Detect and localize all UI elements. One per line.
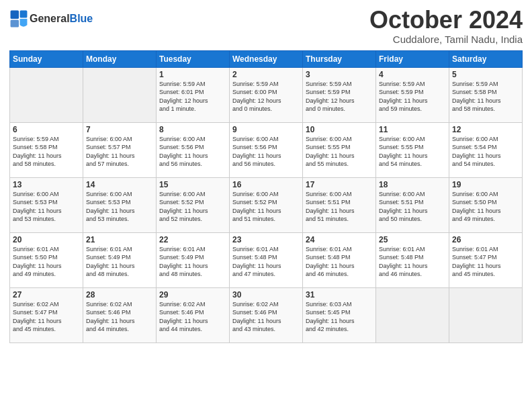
calendar-cell: 7Sunrise: 6:00 AM Sunset: 5:57 PM Daylig… [83, 122, 157, 177]
day-info: Sunrise: 5:59 AM Sunset: 5:58 PM Dayligh… [452, 80, 519, 113]
calendar-cell: 3Sunrise: 5:59 AM Sunset: 5:59 PM Daylig… [303, 67, 376, 122]
calendar-cell: 2Sunrise: 5:59 AM Sunset: 6:00 PM Daylig… [230, 67, 303, 122]
calendar-cell: 27Sunrise: 6:02 AM Sunset: 5:47 PM Dayli… [10, 287, 83, 342]
calendar-cell: 9Sunrise: 6:00 AM Sunset: 5:56 PM Daylig… [230, 122, 303, 177]
calendar-cell: 12Sunrise: 6:00 AM Sunset: 5:54 PM Dayli… [449, 122, 523, 177]
day-info: Sunrise: 6:01 AM Sunset: 5:47 PM Dayligh… [452, 245, 519, 279]
col-thursday: Thursday [303, 50, 376, 67]
calendar-cell: 13Sunrise: 6:00 AM Sunset: 5:53 PM Dayli… [10, 177, 83, 232]
logo-icon [9, 9, 28, 28]
day-info: Sunrise: 6:02 AM Sunset: 5:46 PM Dayligh… [159, 300, 226, 334]
location: Cuddalore, Tamil Nadu, India [369, 34, 523, 45]
day-info: Sunrise: 6:01 AM Sunset: 5:48 PM Dayligh… [379, 245, 446, 279]
logo-text: GeneralBlue [30, 12, 93, 25]
logo: GeneralBlue [9, 9, 93, 28]
day-number: 29 [159, 290, 226, 300]
day-info: Sunrise: 5:59 AM Sunset: 5:58 PM Dayligh… [13, 135, 80, 169]
calendar-cell: 21Sunrise: 6:01 AM Sunset: 5:49 PM Dayli… [83, 232, 157, 287]
weekday-row: Sunday Monday Tuesday Wednesday Thursday… [10, 50, 523, 67]
calendar-cell: 28Sunrise: 6:02 AM Sunset: 5:46 PM Dayli… [83, 287, 157, 342]
col-sunday: Sunday [10, 50, 83, 67]
day-number: 5 [452, 70, 519, 79]
day-info: Sunrise: 6:00 AM Sunset: 5:54 PM Dayligh… [452, 135, 519, 169]
calendar-cell: 19Sunrise: 6:00 AM Sunset: 5:50 PM Dayli… [449, 177, 523, 232]
calendar-cell: 23Sunrise: 6:01 AM Sunset: 5:48 PM Dayli… [230, 232, 303, 287]
calendar-cell: 17Sunrise: 6:00 AM Sunset: 5:51 PM Dayli… [303, 177, 376, 232]
day-number: 24 [306, 235, 373, 244]
calendar-table: Sunday Monday Tuesday Wednesday Thursday… [9, 50, 523, 343]
day-info: Sunrise: 6:00 AM Sunset: 5:50 PM Dayligh… [452, 190, 519, 224]
calendar-cell: 16Sunrise: 6:00 AM Sunset: 5:52 PM Dayli… [230, 177, 303, 232]
svg-rect-2 [11, 20, 19, 28]
day-number: 30 [232, 290, 300, 300]
day-info: Sunrise: 6:00 AM Sunset: 5:51 PM Dayligh… [306, 190, 373, 224]
calendar-cell: 24Sunrise: 6:01 AM Sunset: 5:48 PM Dayli… [303, 232, 376, 287]
day-info: Sunrise: 6:01 AM Sunset: 5:48 PM Dayligh… [306, 245, 373, 279]
day-number: 7 [86, 125, 153, 134]
day-info: Sunrise: 6:01 AM Sunset: 5:49 PM Dayligh… [86, 245, 153, 279]
calendar-cell [449, 287, 523, 342]
day-number: 14 [86, 180, 153, 189]
calendar-cell: 11Sunrise: 6:00 AM Sunset: 5:55 PM Dayli… [376, 122, 449, 177]
calendar-cell: 18Sunrise: 6:00 AM Sunset: 5:51 PM Dayli… [376, 177, 449, 232]
day-number: 10 [306, 125, 373, 134]
calendar-cell: 22Sunrise: 6:01 AM Sunset: 5:49 PM Dayli… [157, 232, 230, 287]
day-info: Sunrise: 5:59 AM Sunset: 5:59 PM Dayligh… [306, 80, 373, 113]
day-number: 20 [13, 235, 80, 244]
calendar-cell: 10Sunrise: 6:00 AM Sunset: 5:55 PM Dayli… [303, 122, 376, 177]
day-info: Sunrise: 6:00 AM Sunset: 5:56 PM Dayligh… [232, 135, 300, 169]
day-info: Sunrise: 6:01 AM Sunset: 5:49 PM Dayligh… [159, 245, 226, 279]
calendar-cell [83, 67, 157, 122]
svg-rect-1 [20, 11, 28, 18]
day-info: Sunrise: 6:02 AM Sunset: 5:46 PM Dayligh… [232, 300, 300, 334]
day-info: Sunrise: 5:59 AM Sunset: 5:59 PM Dayligh… [379, 80, 446, 113]
day-number: 4 [379, 70, 446, 79]
day-info: Sunrise: 6:03 AM Sunset: 5:45 PM Dayligh… [306, 300, 373, 334]
calendar-cell: 6Sunrise: 5:59 AM Sunset: 5:58 PM Daylig… [10, 122, 83, 177]
day-number: 28 [86, 290, 153, 300]
col-saturday: Saturday [449, 50, 523, 67]
logo-general: General [30, 13, 70, 24]
calendar-cell: 15Sunrise: 6:00 AM Sunset: 5:52 PM Dayli… [157, 177, 230, 232]
calendar-week-4: 20Sunrise: 6:01 AM Sunset: 5:50 PM Dayli… [10, 232, 523, 287]
day-number: 11 [379, 125, 446, 134]
page-container: GeneralBlue October 2024 Cuddalore, Tami… [0, 0, 532, 411]
calendar-cell: 20Sunrise: 6:01 AM Sunset: 5:50 PM Dayli… [10, 232, 83, 287]
day-number: 13 [13, 180, 80, 189]
day-number: 15 [159, 180, 226, 189]
calendar-cell: 25Sunrise: 6:01 AM Sunset: 5:48 PM Dayli… [376, 232, 449, 287]
calendar-cell [10, 67, 83, 122]
calendar-cell [376, 287, 449, 342]
day-number: 21 [86, 235, 153, 244]
calendar-cell: 14Sunrise: 6:00 AM Sunset: 5:53 PM Dayli… [83, 177, 157, 232]
day-info: Sunrise: 6:01 AM Sunset: 5:50 PM Dayligh… [13, 245, 80, 279]
col-monday: Monday [83, 50, 157, 67]
day-number: 12 [452, 125, 519, 134]
day-info: Sunrise: 6:02 AM Sunset: 5:47 PM Dayligh… [13, 300, 80, 334]
day-number: 27 [13, 290, 80, 300]
col-tuesday: Tuesday [157, 50, 230, 67]
day-number: 18 [379, 180, 446, 189]
day-number: 26 [452, 235, 519, 244]
day-info: Sunrise: 6:01 AM Sunset: 5:48 PM Dayligh… [232, 245, 300, 279]
day-number: 17 [306, 180, 373, 189]
col-wednesday: Wednesday [230, 50, 303, 67]
day-info: Sunrise: 6:00 AM Sunset: 5:52 PM Dayligh… [159, 190, 226, 224]
calendar-body: 1Sunrise: 5:59 AM Sunset: 6:01 PM Daylig… [10, 67, 523, 342]
calendar-cell: 26Sunrise: 6:01 AM Sunset: 5:47 PM Dayli… [449, 232, 523, 287]
calendar-cell: 31Sunrise: 6:03 AM Sunset: 5:45 PM Dayli… [303, 287, 376, 342]
day-info: Sunrise: 6:00 AM Sunset: 5:56 PM Dayligh… [159, 135, 226, 169]
calendar-cell: 29Sunrise: 6:02 AM Sunset: 5:46 PM Dayli… [157, 287, 230, 342]
day-number: 8 [159, 125, 226, 134]
calendar-cell: 30Sunrise: 6:02 AM Sunset: 5:46 PM Dayli… [230, 287, 303, 342]
calendar-week-3: 13Sunrise: 6:00 AM Sunset: 5:53 PM Dayli… [10, 177, 523, 232]
day-number: 25 [379, 235, 446, 244]
day-number: 1 [159, 70, 226, 79]
day-number: 22 [159, 235, 226, 244]
col-friday: Friday [376, 50, 449, 67]
day-number: 2 [232, 70, 300, 79]
day-number: 3 [306, 70, 373, 79]
day-info: Sunrise: 6:00 AM Sunset: 5:51 PM Dayligh… [379, 190, 446, 224]
day-info: Sunrise: 6:00 AM Sunset: 5:53 PM Dayligh… [86, 190, 153, 224]
day-number: 19 [452, 180, 519, 189]
